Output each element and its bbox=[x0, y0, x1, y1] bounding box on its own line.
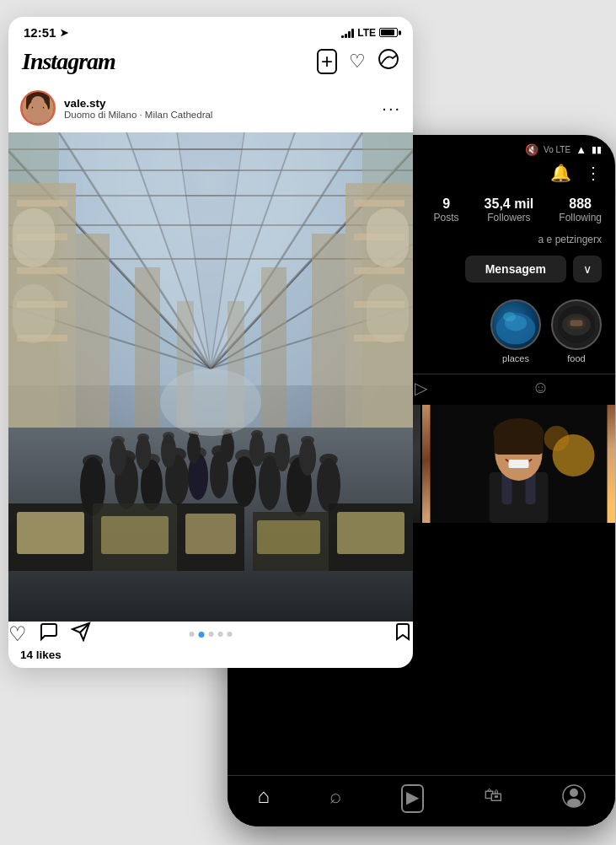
story-places-label: places bbox=[490, 353, 541, 363]
followers-label: Followers bbox=[485, 212, 534, 223]
posts-stat: 9 Posts bbox=[434, 196, 459, 223]
ig-header: Instagram + ♡ bbox=[8, 43, 413, 83]
svg-rect-133 bbox=[257, 520, 320, 554]
instagram-logo: Instagram bbox=[22, 48, 115, 75]
svg-point-34 bbox=[32, 106, 36, 111]
like-button[interactable]: ♡ bbox=[8, 622, 27, 646]
svg-rect-25 bbox=[509, 460, 529, 468]
location-arrow-icon: ➤ bbox=[60, 27, 68, 39]
svg-point-120 bbox=[249, 433, 265, 466]
following-stat[interactable]: 888 Following bbox=[559, 196, 602, 223]
reels-tab-icon[interactable]: ▷ bbox=[415, 378, 427, 400]
post-user: vale.sty Duomo di Milano · Milan Cathedr… bbox=[20, 90, 212, 126]
post-more-options[interactable]: ··· bbox=[382, 99, 401, 118]
svg-rect-78 bbox=[13, 208, 55, 267]
svg-rect-68 bbox=[17, 200, 67, 207]
status-bar: 12:51 ➤ LTE bbox=[8, 17, 413, 43]
battery-back: ▮▮ bbox=[592, 144, 602, 155]
user-avatar[interactable] bbox=[20, 90, 56, 126]
svg-point-112 bbox=[136, 436, 151, 470]
following-count: 888 bbox=[559, 196, 602, 212]
wifi-icon: ▲ bbox=[576, 143, 587, 156]
story-circle-food bbox=[551, 299, 602, 350]
dot-4 bbox=[218, 632, 223, 637]
dot-1 bbox=[190, 632, 195, 637]
bookmark-button[interactable] bbox=[393, 623, 413, 646]
battery-icon bbox=[379, 28, 398, 37]
header-action-icons: + ♡ bbox=[317, 48, 399, 75]
home-nav-icon[interactable]: ⌂ bbox=[257, 784, 270, 813]
svg-rect-75 bbox=[354, 267, 404, 274]
bookmark-area bbox=[393, 622, 413, 647]
feed-card-white: 12:51 ➤ LTE Instagram + ♡ bbox=[8, 17, 413, 668]
add-post-icon[interactable]: + bbox=[317, 49, 337, 74]
svg-rect-24 bbox=[495, 433, 544, 455]
back-status-icons: 🔇 Vo LTE ▲ ▮▮ bbox=[525, 143, 602, 156]
svg-rect-136 bbox=[177, 377, 244, 428]
svg-rect-73 bbox=[354, 200, 404, 207]
message-button[interactable]: Mensagem bbox=[465, 256, 566, 283]
clock: 12:51 bbox=[24, 25, 56, 40]
story-food-label: food bbox=[551, 353, 602, 363]
avatar-inner bbox=[22, 92, 54, 124]
dot-2 bbox=[199, 632, 205, 638]
story-food[interactable]: food bbox=[551, 299, 602, 363]
volte-label: Vo LTE bbox=[544, 145, 570, 154]
post-image bbox=[8, 132, 413, 622]
svg-rect-81 bbox=[367, 284, 409, 343]
post-actions-wrap: ♡ bbox=[8, 622, 413, 647]
svg-rect-70 bbox=[17, 267, 67, 274]
dropdown-button[interactable]: ∨ bbox=[573, 256, 602, 283]
tagged-tab-icon[interactable]: ☺ bbox=[532, 378, 549, 400]
post-user-info: vale.sty Duomo di Milano · Milan Cathedr… bbox=[64, 97, 212, 120]
svg-point-124 bbox=[299, 439, 316, 476]
comment-button[interactable] bbox=[39, 622, 59, 647]
mute-icon: 🔇 bbox=[525, 143, 538, 156]
svg-rect-6 bbox=[570, 320, 583, 326]
story-places[interactable]: places bbox=[490, 299, 541, 363]
dot-3 bbox=[209, 632, 214, 637]
svg-point-35 bbox=[40, 106, 45, 111]
followers-count: 35,4 mil bbox=[485, 196, 534, 212]
svg-point-110 bbox=[110, 439, 126, 476]
reels-nav-icon[interactable]: ▶ bbox=[401, 784, 424, 813]
svg-rect-131 bbox=[101, 516, 169, 554]
svg-point-33 bbox=[28, 100, 48, 121]
dot-5 bbox=[228, 632, 233, 637]
notifications-icon[interactable]: ♡ bbox=[349, 51, 366, 73]
post-action-icons: ♡ bbox=[8, 622, 91, 647]
svg-point-29 bbox=[379, 50, 398, 68]
more-options-icon[interactable]: ⋮ bbox=[585, 163, 602, 183]
svg-rect-134 bbox=[337, 512, 404, 554]
signal-icon bbox=[341, 28, 354, 38]
messenger-icon[interactable] bbox=[378, 48, 399, 75]
search-nav-icon[interactable]: ⌕ bbox=[329, 784, 341, 813]
svg-point-122 bbox=[275, 434, 290, 471]
time-display: 12:51 ➤ bbox=[24, 25, 68, 40]
post-header: vale.sty Duomo di Milano · Milan Cathedr… bbox=[8, 83, 413, 132]
svg-point-114 bbox=[161, 434, 176, 468]
svg-rect-79 bbox=[367, 208, 409, 267]
likes-count[interactable]: 14 likes bbox=[8, 647, 413, 668]
grid-photo-2[interactable] bbox=[422, 405, 615, 523]
lte-label: LTE bbox=[357, 27, 376, 39]
svg-point-118 bbox=[221, 432, 234, 462]
followers-stat[interactable]: 35,4 mil Followers bbox=[485, 196, 534, 223]
posts-count: 9 bbox=[434, 196, 459, 212]
story-circle-places bbox=[490, 299, 541, 350]
profile-nav-icon[interactable] bbox=[562, 784, 586, 813]
svg-point-116 bbox=[187, 433, 201, 464]
status-icons-right: LTE bbox=[341, 27, 398, 39]
carousel-dots bbox=[190, 632, 233, 638]
shop-nav-icon[interactable]: 🛍 bbox=[484, 784, 502, 813]
svg-point-36 bbox=[26, 119, 50, 124]
share-button[interactable] bbox=[71, 622, 91, 647]
post-username[interactable]: vale.sty bbox=[64, 97, 212, 110]
svg-point-102 bbox=[233, 456, 256, 507]
post-footer: ♡ bbox=[8, 622, 413, 668]
post-location: Duomo di Milano · Milan Cathedral bbox=[64, 110, 212, 120]
svg-point-28 bbox=[567, 799, 581, 807]
svg-point-27 bbox=[570, 788, 578, 797]
notification-bell-icon[interactable]: 🔔 bbox=[550, 163, 571, 183]
svg-rect-130 bbox=[17, 512, 84, 554]
